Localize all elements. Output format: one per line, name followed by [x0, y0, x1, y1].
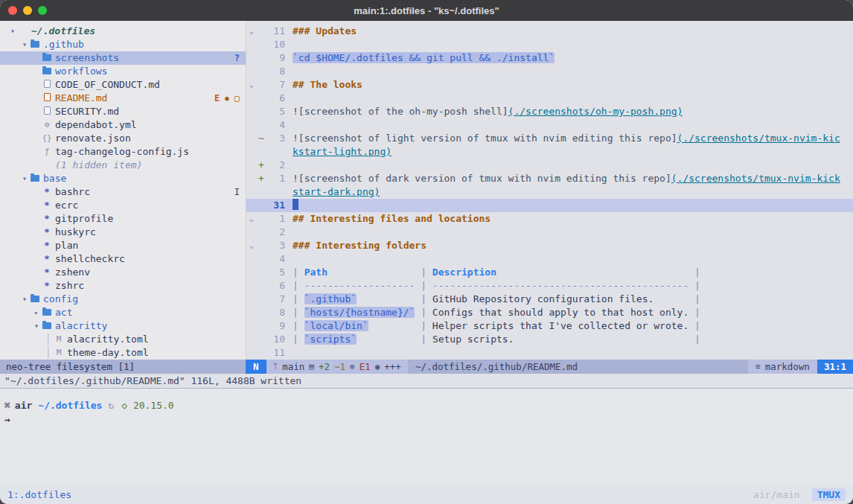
sign-column	[257, 65, 266, 78]
sign-column	[257, 239, 266, 252]
editor-line[interactable]: 6| ------------------- | ---------------…	[246, 279, 853, 293]
text-segment: (./screenshots/tmux-nvim-kick	[671, 173, 840, 184]
tree-item-readme-md[interactable]: README.mdE●▢	[0, 92, 246, 105]
text-segment: |	[689, 320, 700, 331]
editor-line[interactable]: 9| `local/bin` | Helper scripts that I'v…	[246, 319, 853, 333]
shell-file-icon: *	[42, 266, 52, 279]
tree-item-renovate-json[interactable]: {}renovate.json	[0, 132, 246, 145]
line-text: ![screenshot of dark version of tmux wit…	[285, 172, 840, 185]
text-segment: |	[689, 334, 700, 345]
tree-item-security-md[interactable]: SECURITY.md	[0, 105, 246, 118]
shell-file-icon: *	[42, 212, 52, 226]
editor-line[interactable]: +1![screenshot of dark version of tmux w…	[246, 172, 853, 185]
tree-item-ecrc[interactable]: *ecrc	[0, 199, 246, 212]
fold-column	[246, 159, 257, 172]
tmux-window-tab[interactable]: 1:.dotfiles	[7, 489, 71, 500]
editor-line[interactable]: 4	[246, 118, 853, 132]
tree-item-screenshots[interactable]: screenshots?	[0, 51, 246, 65]
chevron-open-icon[interactable]: ▾	[19, 293, 30, 306]
editor-line[interactable]: start-dark.png)	[246, 185, 853, 199]
line-text: ### Interesting folders	[285, 239, 426, 252]
tree-item-gitprofile[interactable]: *gitprofile	[0, 212, 246, 226]
editor-line[interactable]: 7| `.github` | GitHub Repository configu…	[246, 293, 853, 306]
filetype-label: markdown	[765, 360, 810, 374]
shell-file-icon: *	[42, 226, 52, 239]
tree-item-workflows[interactable]: workflows	[0, 65, 246, 78]
shell-input-line[interactable]: →	[4, 412, 849, 427]
editor-line[interactable]: ~3![screenshot of light version of tmux …	[246, 132, 853, 145]
editor-line[interactable]: ⌄11### Updates	[246, 25, 853, 38]
editor-line[interactable]: 8| `hosts/{hostname}/` | Configs that sh…	[246, 306, 853, 319]
shell-pane[interactable]: ⌘ air ~/.dotfiles ↻ ◇ 20.15.0 →	[0, 389, 853, 485]
text-segment: |	[415, 320, 432, 331]
text-segment: Configs that should apply to that host o…	[432, 307, 689, 318]
editor-line[interactable]: 10| `scripts` | Setup scripts. |	[246, 333, 853, 346]
line-number: 6	[266, 92, 285, 105]
tree-item-label: README.md	[55, 92, 107, 105]
editor-line[interactable]: 8	[246, 65, 853, 78]
text-segment: |	[415, 267, 432, 278]
tree-item-plan[interactable]: *plan	[0, 239, 246, 252]
tree-item-alacritty-toml[interactable]: │Malacritty.toml	[0, 333, 246, 346]
tree-item-theme-day-toml[interactable]: │Mtheme-day.toml	[0, 346, 246, 360]
tree-item-act[interactable]: ▸act	[0, 306, 246, 319]
text-segment: (./screenshots/oh-my-posh.png)	[508, 106, 683, 117]
chevron-closed-icon[interactable]: ▸	[31, 306, 42, 319]
fold-column	[246, 279, 257, 293]
tree-item-bashrc[interactable]: *bashrcI	[0, 185, 246, 199]
fold-chevron-icon[interactable]: ⌄	[246, 25, 257, 38]
editor-line[interactable]: 5![screenshot of the oh-my-posh shell](.…	[246, 105, 853, 118]
editor-line[interactable]: 4	[246, 252, 853, 266]
fold-column	[246, 132, 257, 145]
tree-item-base[interactable]: ▾base	[0, 172, 246, 185]
minimize-button[interactable]	[23, 6, 32, 15]
editor-line[interactable]: +2	[246, 159, 853, 172]
editor-line[interactable]: 11	[246, 346, 853, 360]
chevron-open-icon[interactable]: ▾	[19, 38, 30, 51]
editor-line[interactable]: 10	[246, 38, 853, 51]
editor-line[interactable]: kstart-light.png)	[246, 145, 853, 159]
editor-line[interactable]: ⌄3### Interesting folders	[246, 239, 853, 252]
tree-item-huskyrc[interactable]: *huskyrc	[0, 226, 246, 239]
neotree-statusline: neo-tree filesystem [1]	[0, 360, 246, 374]
line-number: 10	[266, 38, 285, 51]
tree-item-zshrc[interactable]: *zshrc	[0, 279, 246, 293]
sign-column	[257, 78, 266, 92]
tree-item-tag-changelog-config-js[interactable]: ƒtag-changelog-config.js	[0, 145, 246, 159]
text-segment: `hosts/{hostname}/`	[304, 307, 415, 318]
fold-chevron-icon[interactable]: ⌄	[246, 78, 257, 92]
tree-item-config[interactable]: ▾config	[0, 293, 246, 306]
shell-file-icon: *	[42, 279, 52, 293]
tree-item-dependabot-yml[interactable]: ⚙dependabot.yml	[0, 118, 246, 132]
chevron-open-icon[interactable]: ▾	[31, 319, 42, 333]
tree-item-github[interactable]: ▾.github	[0, 38, 246, 51]
editor-line[interactable]: ⌄1## Interesting files and locations	[246, 212, 853, 226]
editor-line[interactable]: 31	[246, 199, 853, 212]
chevron-open-icon[interactable]: ▾	[19, 172, 30, 185]
close-button[interactable]	[8, 6, 17, 15]
tree-item-zshenv[interactable]: *zshenv	[0, 266, 246, 279]
fold-chevron-icon[interactable]: ⌄	[246, 239, 257, 252]
tree-item-label: (1 hidden item)	[55, 159, 142, 172]
tmux-badge: TMUX	[812, 488, 846, 501]
git-sync-icon: ↻	[108, 398, 114, 412]
fold-column	[246, 105, 257, 118]
editor-line[interactable]: 9`cd $HOME/.dotfiles && git pull && ./in…	[246, 51, 853, 65]
editor-line[interactable]: 2	[246, 226, 853, 239]
editor-line[interactable]: 6	[246, 92, 853, 105]
tree-item-dotfiles[interactable]: ▾~/.dotfiles	[0, 25, 246, 38]
tree-item-alacritty[interactable]: ▾alacritty	[0, 319, 246, 333]
tree-item-1-hidden-item[interactable]: (1 hidden item)	[0, 159, 246, 172]
fold-chevron-icon[interactable]: ⌄	[246, 212, 257, 226]
folder-icon	[42, 322, 51, 329]
window-title: main:1:.dotfiles - "ks~/.dotfiles"	[0, 5, 853, 16]
editor-line[interactable]: ⌄7## The looks	[246, 78, 853, 92]
editor-line[interactable]: 5| Path | Description |	[246, 266, 853, 279]
fold-column	[246, 65, 257, 78]
zoom-button[interactable]	[38, 6, 47, 15]
tree-item-code-of-conduct-md[interactable]: CODE_OF_CONDUCT.md	[0, 78, 246, 92]
fold-column	[246, 333, 257, 346]
chevron-open-icon[interactable]: ▾	[7, 25, 18, 38]
tree-item-shellcheckrc[interactable]: *shellcheckrc	[0, 252, 246, 266]
tmux-right-status: air/main TMUX	[753, 488, 846, 501]
